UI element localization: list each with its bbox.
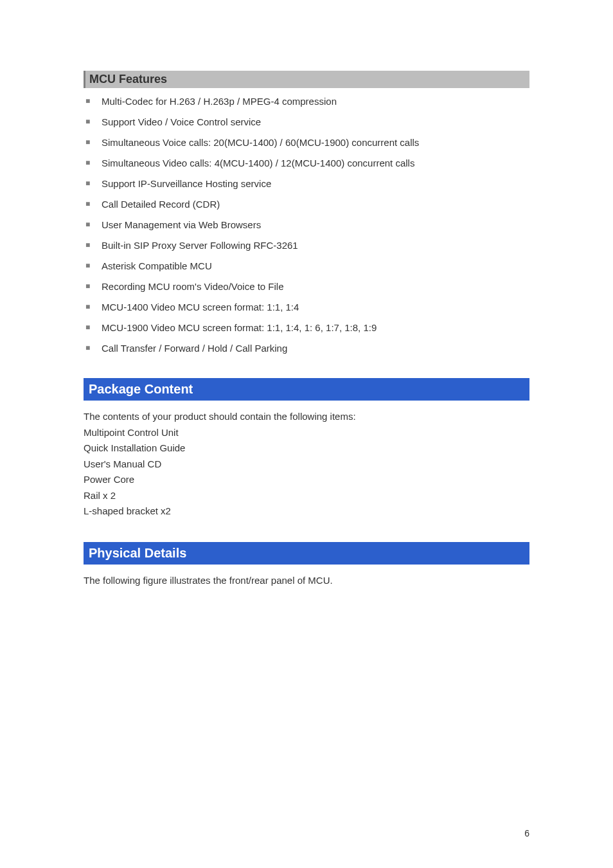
page-number: 6 (524, 828, 529, 838)
list-item: Multi-Codec for H.263 / H.263p / MPEG-4 … (84, 95, 529, 108)
list-item: Built-in SIP Proxy Server Following RFC-… (84, 239, 529, 252)
mcu-features-list: Multi-Codec for H.263 / H.263p / MPEG-4 … (84, 95, 529, 355)
heading-package-content: Package Content (84, 378, 529, 401)
list-item: Support Video / Voice Control service (84, 115, 529, 129)
body-text: Multipoint Control Unit (84, 426, 529, 440)
heading-mcu-features: MCU Features (84, 71, 529, 88)
list-item: Call Transfer / Forward / Hold / Call Pa… (84, 341, 529, 355)
list-item: MCU-1900 Video MCU screen format: 1:1, 1… (84, 321, 529, 334)
list-item: Asterisk Compatible MCU (84, 259, 529, 273)
body-text: The contents of your product should cont… (84, 410, 529, 424)
body-text: User's Manual CD (84, 457, 529, 472)
list-item: Simultaneous Video calls: 4(MCU-1400) / … (84, 156, 529, 170)
body-text: Power Core (84, 473, 529, 487)
body-text: The following figure illustrates the fro… (84, 574, 529, 588)
list-item: Support IP-Surveillance Hosting service (84, 177, 529, 190)
body-text: L-shaped bracket x2 (84, 504, 529, 519)
list-item: Recording MCU room's Video/Voice to File (84, 280, 529, 293)
body-text: Quick Installation Guide (84, 441, 529, 456)
list-item: Call Detailed Record (CDR) (84, 197, 529, 211)
page-container: MCU Features Multi-Codec for H.263 / H.2… (0, 0, 613, 868)
list-item: Simultaneous Voice calls: 20(MCU-1400) /… (84, 136, 529, 149)
heading-physical-details: Physical Details (84, 542, 529, 565)
list-item: User Management via Web Browsers (84, 218, 529, 231)
list-item: MCU-1400 Video MCU screen format: 1:1, 1… (84, 300, 529, 314)
body-text: Rail x 2 (84, 489, 529, 503)
